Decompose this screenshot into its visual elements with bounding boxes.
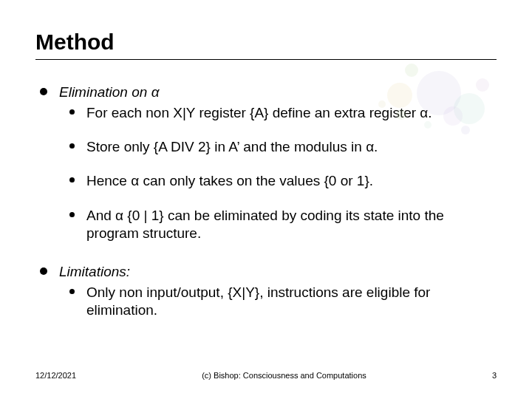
- section-heading: Limitations:: [59, 264, 130, 279]
- list-item: For each non X|Y register {A} define an …: [69, 104, 497, 122]
- item-text: For each non X|Y register {A} define an …: [86, 104, 497, 122]
- section-heading: Elimination on α: [59, 84, 159, 100]
- bullet-icon: [69, 109, 75, 115]
- item-text: And α {0 | 1} can be eliminated by codin…: [86, 207, 497, 243]
- bullet-icon: [40, 88, 47, 95]
- footer: 12/12/2021 (c) Bishop: Consciousness and…: [35, 371, 497, 380]
- section-limitations: Limitations: Only non input/output, {X|Y…: [40, 263, 497, 319]
- list-item: Only non input/output, {X|Y}, instructio…: [69, 284, 497, 320]
- bullet-icon: [69, 143, 75, 149]
- section-elimination: Elimination on α For each non X|Y regist…: [40, 83, 497, 242]
- slide: Method Elimination on α For each non X|Y…: [0, 0, 532, 399]
- list-item: And α {0 | 1} can be eliminated by codin…: [69, 207, 497, 243]
- bullet-icon: [69, 177, 75, 183]
- bullet-icon: [69, 212, 75, 217]
- heading-var: α: [151, 84, 160, 100]
- bullet-icon: [40, 267, 47, 275]
- title-rule: [35, 59, 497, 60]
- item-text: Only non input/output, {X|Y}, instructio…: [86, 284, 497, 320]
- item-text: Hence α can only takes on the values {0 …: [86, 172, 497, 190]
- list-item: Hence α can only takes on the values {0 …: [69, 172, 497, 190]
- slide-title: Method: [35, 30, 497, 55]
- footer-page-number: 3: [492, 371, 497, 380]
- item-text: Store only {A DIV 2} in A’ and the modul…: [86, 138, 497, 156]
- bullet-icon: [69, 289, 75, 294]
- footer-center: (c) Bishop: Consciousness and Computatio…: [76, 371, 492, 380]
- bullet-list: Elimination on α For each non X|Y regist…: [40, 83, 497, 320]
- list-item: Store only {A DIV 2} in A’ and the modul…: [69, 138, 497, 156]
- heading-text: Limitations:: [59, 264, 130, 279]
- footer-date: 12/12/2021: [35, 371, 76, 380]
- heading-text: Elimination on: [59, 84, 151, 100]
